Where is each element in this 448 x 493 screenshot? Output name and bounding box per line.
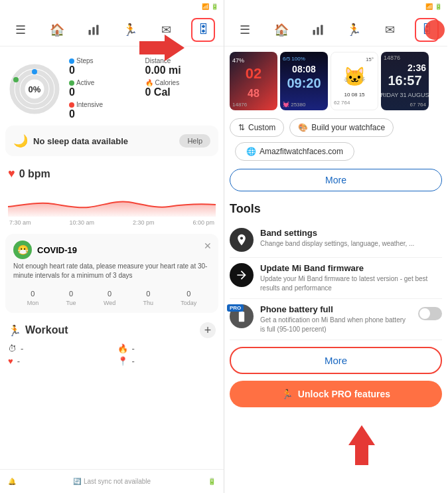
- workout-section: 🏃 Workout + ⏱ - 🔥 - ♥ -: [5, 318, 218, 370]
- more-watchfaces-button[interactable]: More: [230, 169, 442, 191]
- left-bottom-bar: 🔔 🔄 Last sync not available 🔋: [0, 469, 224, 493]
- phone-battery-icon-wrap: PRO: [230, 304, 254, 328]
- right-nav-home-icon[interactable]: 🏠: [269, 18, 293, 42]
- watchface-1[interactable]: 47% 02 48 14876: [230, 52, 277, 110]
- pro-icon: 🏃: [281, 389, 293, 399]
- sleep-card: 🌙 No sleep data available Help: [5, 126, 218, 156]
- add-workout-button[interactable]: +: [200, 322, 216, 338]
- covid-title: COVID-19: [37, 245, 77, 255]
- tool-update-firmware[interactable]: Update Mi Band firmware Update your Mi B…: [230, 258, 442, 299]
- nav-settings-icon[interactable]: 🎛: [191, 18, 215, 42]
- heart-rate-section: ♥ 0 bpm 7:30 am 10:30 am: [5, 161, 218, 231]
- wf1-top-text: 47%: [232, 57, 244, 64]
- swap-icon: ⇅: [238, 123, 245, 132]
- covid-bar-today: 0 Today: [181, 290, 196, 306]
- pro-badge: PRO: [227, 304, 244, 312]
- nav-hamburger[interactable]: ☰: [9, 18, 33, 42]
- sync-icon: 🔄: [73, 478, 81, 485]
- wf1-bottom: 14876: [232, 102, 247, 108]
- steps-label: Steps: [69, 57, 140, 64]
- phone-battery-toggle[interactable]: [418, 307, 442, 320]
- covid-description: Not enough heart rate data, please measu…: [13, 262, 210, 280]
- workout-header: 🏃 Workout +: [8, 322, 216, 338]
- nav-stats-icon[interactable]: [82, 18, 106, 42]
- watchface-3[interactable]: 15° 🐱 10 08 15 62 764: [331, 52, 378, 110]
- wf2-time2: 09:20: [287, 76, 321, 91]
- nav-home-icon[interactable]: 🏠: [45, 18, 69, 42]
- activity-section: 0% Steps 0 Distance 0.00 mi: [5, 52, 218, 126]
- sleep-title: No sleep data available: [33, 136, 128, 146]
- globe-icon: 🌐: [246, 147, 256, 156]
- amazfit-button[interactable]: 🌐 Amazfitwatchfaces.com: [235, 142, 354, 161]
- heart-icon: ♥: [8, 167, 15, 181]
- update-firmware-icon: [230, 263, 254, 287]
- more-tools-button[interactable]: More: [230, 347, 442, 374]
- custom-button[interactable]: ⇅ Custom: [230, 118, 284, 137]
- distance-label: Distance: [145, 57, 216, 64]
- watchface-4[interactable]: 14876 2:36 16:57 FRIDAY 31 AUGUST 67 764: [381, 52, 429, 110]
- left-status-bar: 📶 🔋: [0, 0, 224, 13]
- wf4-time: 2:36: [408, 62, 426, 73]
- covid-close-button[interactable]: ✕: [204, 241, 212, 251]
- right-nav-stats-icon[interactable]: [306, 18, 330, 42]
- build-watchface-button[interactable]: 🎨 Build your watchface: [289, 118, 394, 137]
- right-status-bar: 📶 🔋: [224, 0, 447, 13]
- svg-rect-7: [317, 27, 319, 35]
- wf2-top-left: 6/5 100%: [283, 56, 305, 62]
- wf3-bottom: 62 764: [334, 100, 350, 106]
- distance-value: 0.00 mi: [145, 64, 216, 76]
- amazfit-row: 🌐 Amazfitwatchfaces.com: [224, 140, 447, 163]
- svg-rect-0: [89, 30, 91, 35]
- update-firmware-name: Update Mi Band firmware: [260, 263, 442, 273]
- svg-rect-6: [313, 30, 315, 35]
- unlock-pro-button[interactable]: 🏃 Unlock PRO features: [230, 381, 442, 407]
- wf4-top: 14876: [384, 54, 400, 61]
- phone-battery-text: Phone battery full Get a notification on…: [260, 304, 411, 334]
- band-settings-icon: [230, 228, 254, 252]
- right-nav-workout-icon[interactable]: 🏃: [342, 18, 366, 42]
- sleep-icon: 🌙: [13, 134, 28, 148]
- battery-icon: 🔋: [208, 478, 216, 485]
- right-nav-messages-icon[interactable]: ✉: [378, 18, 402, 42]
- wf2-time: 08:08: [292, 64, 316, 74]
- wf3-cat-emoji: 🐱: [343, 66, 366, 88]
- status-icons: 📶 🔋: [202, 3, 218, 10]
- left-panel: 📶 🔋 ☰ 🏠 🏃 ✉ 🎛 0%: [0, 0, 224, 493]
- chart-time-1: 7:30 am: [9, 219, 31, 226]
- chart-time-4: 6:00 pm: [192, 219, 214, 226]
- calories-stat: 🔥 Calories 0 Cal: [145, 79, 216, 98]
- calories-label: 🔥 Calories: [145, 79, 216, 86]
- action-buttons-row: ⇅ Custom 🎨 Build your watchface: [224, 116, 447, 140]
- wf1-time: 02: [246, 65, 261, 82]
- right-status-icons: 📶 🔋: [425, 3, 442, 10]
- activity-stats: Steps 0 Distance 0.00 mi Active 0: [69, 57, 216, 120]
- active-label: Active: [69, 79, 140, 86]
- covid-header: 😷 COVID-19: [13, 241, 210, 259]
- left-main-content: 0% Steps 0 Distance 0.00 mi: [0, 47, 224, 469]
- ring-dot-blue: [32, 69, 37, 74]
- wf3-date: 10 08 15: [344, 92, 364, 98]
- band-settings-name: Band settings: [260, 228, 442, 238]
- nav-workout-icon[interactable]: 🏃: [118, 18, 142, 42]
- calories-value: 0 Cal: [145, 86, 216, 98]
- covid-card: 😷 COVID-19 ✕ Not enough heart rate data,…: [5, 234, 218, 313]
- chart-time-labels: 7:30 am 10:30 am 2:30 pm 6:00 pm: [8, 219, 216, 226]
- intensive-value: 0: [69, 108, 140, 120]
- right-nav-hamburger[interactable]: ☰: [233, 18, 257, 42]
- covid-chart: 0 Mon 0 Tue 0 Wed 0 Thu 0 Today: [13, 286, 210, 306]
- tool-band-settings[interactable]: Band settings Change band display settin…: [230, 223, 442, 258]
- tools-section: Tools Band settings Change band display …: [224, 197, 447, 340]
- band-settings-text: Band settings Change band display settin…: [260, 228, 442, 248]
- watchface-2[interactable]: 6/5 100% 08:08 09:20 💓 25380: [280, 52, 328, 110]
- help-button[interactable]: Help: [179, 134, 210, 148]
- wf1-seconds: 48: [248, 88, 260, 100]
- wf4-date: FRIDAY 31 AUGUST: [381, 92, 429, 98]
- location-icon: 📍: [117, 356, 128, 366]
- tool-phone-battery[interactable]: PRO Phone battery full Get a notificatio…: [230, 299, 442, 340]
- workout-grid: ⏱ - 🔥 - ♥ - 📍 -: [8, 344, 216, 366]
- fire-icon: 🔥: [145, 79, 153, 86]
- timer-icon: ⏱: [8, 344, 17, 353]
- wf2-bottom: 💓 25380: [283, 102, 305, 108]
- fire-icon-workout: 🔥: [117, 344, 128, 353]
- nav-messages-icon[interactable]: ✉: [155, 18, 179, 42]
